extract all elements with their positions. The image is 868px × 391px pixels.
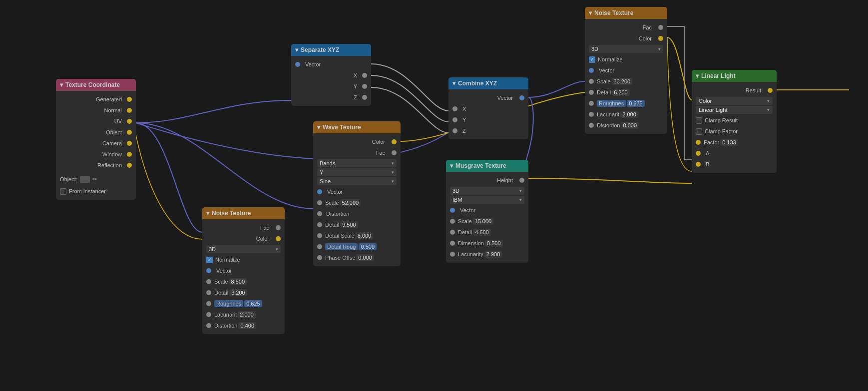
nt-normalize-checkbox[interactable]: ✓ (589, 56, 595, 63)
from-instancer-checkbox[interactable] (60, 188, 66, 195)
musgrave-detail-value[interactable]: 4.600 (473, 229, 491, 236)
musgrave-detail-socket[interactable] (450, 230, 455, 235)
collapse-icon-musgrave[interactable]: ▾ (450, 162, 453, 169)
musgrave-fbm-dropdown[interactable]: fBM ▾ (450, 196, 524, 204)
wave-texture-header[interactable]: ▾ Wave Texture (313, 121, 401, 133)
normalize-checkbox[interactable]: ✓ (206, 257, 213, 263)
distortion-value[interactable]: 0.400 (238, 322, 256, 329)
window-socket[interactable] (127, 152, 132, 157)
lacunarity-in-socket[interactable] (206, 312, 211, 317)
ll-color-dropdown[interactable]: Color ▾ (696, 97, 773, 105)
wave-phase-value[interactable]: 0.000 (356, 254, 374, 261)
wave-color-socket[interactable] (392, 139, 397, 144)
wave-bands-dropdown[interactable]: Bands ▾ (317, 159, 397, 167)
wave-detail-rough-socket[interactable] (317, 244, 322, 249)
nt-normalize-row[interactable]: ✓ Normalize (585, 54, 667, 65)
ll-result-socket[interactable] (768, 88, 773, 93)
ll-b-socket[interactable] (696, 162, 701, 167)
roughness-value[interactable]: 0.625 (244, 300, 262, 307)
reflection-socket[interactable] (127, 163, 132, 168)
collapse-icon-sxyz[interactable]: ▾ (295, 46, 298, 53)
vector-out-socket[interactable] (519, 95, 524, 100)
nt-fac-socket[interactable] (658, 25, 663, 30)
object-socket[interactable] (127, 130, 132, 135)
cx-socket[interactable] (452, 106, 457, 111)
musgrave-dimension-socket[interactable] (450, 241, 455, 246)
scale-value[interactable]: 8.500 (229, 278, 247, 285)
wave-detail-scale-socket[interactable] (317, 233, 322, 238)
separate-xyz-header[interactable]: ▾ Separate XYZ (291, 44, 371, 56)
musgrave-lacunarity-socket[interactable] (450, 252, 455, 257)
roughness-in-socket[interactable] (206, 301, 211, 306)
texture-coordinate-header[interactable]: ▾ Texture Coordinate (56, 79, 136, 91)
detail-value[interactable]: 3.200 (229, 289, 247, 296)
ll-factor-socket[interactable] (696, 140, 701, 145)
uv-socket[interactable] (127, 119, 132, 124)
scale-in-socket[interactable] (206, 279, 211, 284)
z-socket[interactable] (362, 95, 367, 100)
collapse-icon-noise-b[interactable]: ▾ (206, 210, 209, 217)
cy-socket[interactable] (452, 117, 457, 122)
wave-detail-rough-value[interactable]: 0.500 (359, 243, 377, 250)
collapse-icon-noise-t[interactable]: ▾ (589, 9, 592, 16)
wave-scale-socket[interactable] (317, 200, 322, 205)
collapse-icon-wave[interactable]: ▾ (317, 124, 320, 131)
nt-lacunarity-value[interactable]: 2.000 (620, 111, 638, 118)
x-socket[interactable] (362, 73, 367, 78)
distortion-in-socket[interactable] (206, 323, 211, 328)
musgrave-vector-socket[interactable] (450, 208, 455, 213)
noise-texture-bottom-header[interactable]: ▾ Noise Texture (202, 207, 285, 219)
wave-phase-socket[interactable] (317, 255, 322, 260)
nt-detail-value[interactable]: 6.200 (612, 89, 630, 96)
collapse-icon-cxyz[interactable]: ▾ (452, 80, 455, 87)
collapse-icon-ll[interactable]: ▾ (696, 72, 699, 79)
camera-socket[interactable] (127, 141, 132, 146)
wave-distortion-socket[interactable] (317, 211, 322, 216)
nt-color-socket[interactable] (658, 36, 663, 41)
nt-distortion-value[interactable]: 0.000 (621, 122, 639, 129)
ll-clamp-factor-row[interactable]: Clamp Factor (692, 126, 777, 137)
detail-in-socket[interactable] (206, 290, 211, 295)
vector-in-socket-sxyz[interactable] (295, 62, 300, 67)
wave-detail-socket[interactable] (317, 222, 322, 227)
nt-lacunarity-socket[interactable] (589, 112, 594, 117)
ll-clamp-result-row[interactable]: Clamp Result (692, 115, 777, 126)
nt-roughness-socket[interactable] (589, 101, 594, 106)
musgrave-3d-dropdown[interactable]: 3D ▾ (450, 187, 524, 195)
ll-clamp-result-checkbox[interactable] (696, 117, 702, 124)
normalize-row[interactable]: ✓ Normalize (202, 254, 285, 265)
cz-socket[interactable] (452, 128, 457, 133)
vector-in-socket[interactable] (206, 268, 211, 273)
fac-socket[interactable] (276, 225, 281, 230)
nt-vector-socket[interactable] (589, 68, 594, 73)
eyedropper-icon[interactable]: ✏ (92, 176, 97, 183)
combine-xyz-header[interactable]: ▾ Combine XYZ (448, 77, 528, 89)
ll-factor-value[interactable]: 0.133 (720, 139, 738, 146)
wave-detail-value[interactable]: 9.500 (340, 221, 358, 228)
wave-fac-socket[interactable] (392, 150, 397, 155)
wave-sine-dropdown[interactable]: Sine ▾ (317, 177, 397, 185)
ll-clamp-factor-checkbox[interactable] (696, 128, 702, 135)
height-socket[interactable] (519, 178, 524, 183)
object-icon[interactable] (80, 176, 90, 183)
lacunarity-value[interactable]: 2.000 (238, 311, 256, 318)
nt-roughness-value[interactable]: 0.675 (627, 100, 645, 107)
y-socket[interactable] (362, 84, 367, 89)
musgrave-scale-value[interactable]: 15.000 (473, 218, 494, 225)
musgrave-dimension-value[interactable]: 0.500 (485, 240, 503, 247)
linear-light-header[interactable]: ▾ Linear Light (692, 70, 777, 82)
wave-vector-socket[interactable] (317, 189, 322, 194)
nt-distortion-socket[interactable] (589, 123, 594, 128)
wave-scale-value[interactable]: 52.000 (340, 199, 361, 206)
wave-y-dropdown[interactable]: Y ▾ (317, 168, 397, 176)
musgrave-lacunarity-value[interactable]: 2.900 (484, 251, 502, 258)
collapse-icon[interactable]: ▾ (60, 81, 63, 88)
dimension-dropdown[interactable]: 3D ▾ (206, 245, 281, 253)
ll-a-socket[interactable] (696, 151, 701, 156)
nt-3d-dropdown[interactable]: 3D ▾ (589, 45, 663, 53)
nt-scale-socket[interactable] (589, 79, 594, 84)
color-socket[interactable] (276, 236, 281, 241)
musgrave-header[interactable]: ▾ Musgrave Texture (446, 160, 528, 172)
noise-texture-top-header[interactable]: ▾ Noise Texture (585, 7, 667, 19)
from-instancer-row[interactable]: From Instancer (56, 186, 136, 197)
